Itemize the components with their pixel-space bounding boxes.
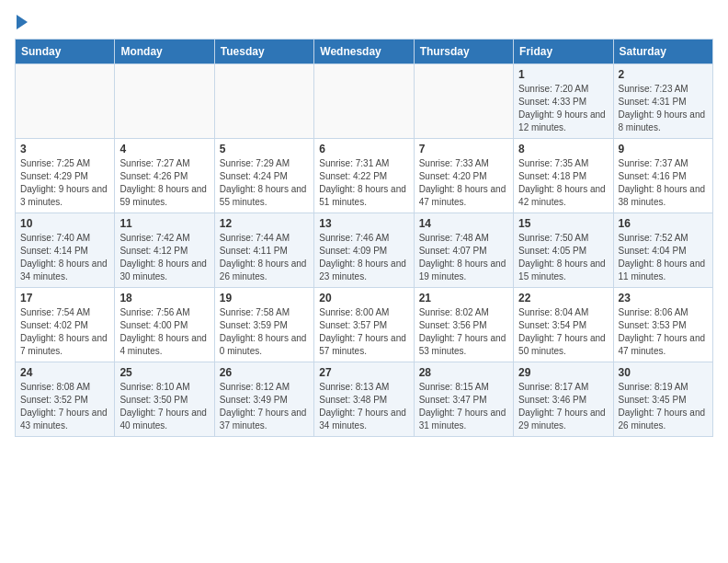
day-number: 6 bbox=[319, 143, 408, 155]
day-number: 10 bbox=[20, 217, 109, 230]
day-info: Sunrise: 7:37 AM Sunset: 4:16 PM Dayligh… bbox=[619, 157, 708, 209]
day-number: 8 bbox=[518, 143, 608, 155]
calendar-cell: 23Sunrise: 8:06 AM Sunset: 3:53 PM Dayli… bbox=[613, 288, 712, 362]
calendar-cell: 1Sunrise: 7:20 AM Sunset: 4:33 PM Daylig… bbox=[514, 64, 613, 139]
calendar-table: SundayMondayTuesdayWednesdayThursdayFrid… bbox=[15, 39, 713, 437]
day-info: Sunrise: 7:46 AM Sunset: 4:09 PM Dayligh… bbox=[319, 232, 408, 283]
day-info: Sunrise: 7:27 AM Sunset: 4:26 PM Dayligh… bbox=[119, 157, 209, 209]
day-info: Sunrise: 7:35 AM Sunset: 4:18 PM Dayligh… bbox=[518, 157, 608, 209]
calendar-week-row: 24Sunrise: 8:08 AM Sunset: 3:52 PM Dayli… bbox=[16, 362, 713, 437]
day-number: 15 bbox=[518, 217, 608, 230]
calendar-cell bbox=[115, 64, 214, 139]
calendar-cell: 26Sunrise: 8:12 AM Sunset: 3:49 PM Dayli… bbox=[214, 362, 313, 437]
day-info: Sunrise: 8:06 AM Sunset: 3:53 PM Dayligh… bbox=[619, 306, 708, 358]
day-number: 26 bbox=[220, 366, 309, 379]
day-info: Sunrise: 7:50 AM Sunset: 4:05 PM Dayligh… bbox=[518, 232, 608, 283]
calendar-cell: 22Sunrise: 8:04 AM Sunset: 3:54 PM Dayli… bbox=[514, 288, 613, 362]
calendar-cell: 24Sunrise: 8:08 AM Sunset: 3:52 PM Dayli… bbox=[16, 362, 115, 437]
calendar-header-row: SundayMondayTuesdayWednesdayThursdayFrid… bbox=[16, 40, 713, 64]
day-info: Sunrise: 7:40 AM Sunset: 4:14 PM Dayligh… bbox=[20, 232, 109, 283]
header-day-monday: Monday bbox=[115, 40, 214, 64]
calendar-cell bbox=[16, 64, 115, 139]
day-number: 12 bbox=[220, 217, 309, 230]
day-number: 24 bbox=[20, 366, 109, 379]
header bbox=[15, 15, 713, 31]
day-number: 14 bbox=[419, 217, 508, 230]
calendar-cell: 27Sunrise: 8:13 AM Sunset: 3:48 PM Dayli… bbox=[314, 362, 414, 437]
day-info: Sunrise: 8:17 AM Sunset: 3:46 PM Dayligh… bbox=[518, 381, 608, 432]
day-info: Sunrise: 7:31 AM Sunset: 4:22 PM Dayligh… bbox=[319, 157, 408, 209]
calendar-week-row: 10Sunrise: 7:40 AM Sunset: 4:14 PM Dayli… bbox=[16, 213, 713, 288]
calendar-cell: 17Sunrise: 7:54 AM Sunset: 4:02 PM Dayli… bbox=[16, 288, 115, 362]
calendar-cell: 29Sunrise: 8:17 AM Sunset: 3:46 PM Dayli… bbox=[514, 362, 613, 437]
calendar-cell: 13Sunrise: 7:46 AM Sunset: 4:09 PM Dayli… bbox=[314, 213, 414, 288]
calendar-cell: 16Sunrise: 7:52 AM Sunset: 4:04 PM Dayli… bbox=[613, 213, 712, 288]
day-info: Sunrise: 8:04 AM Sunset: 3:54 PM Dayligh… bbox=[518, 306, 608, 358]
day-info: Sunrise: 8:10 AM Sunset: 3:50 PM Dayligh… bbox=[119, 381, 209, 432]
day-info: Sunrise: 7:29 AM Sunset: 4:24 PM Dayligh… bbox=[220, 157, 309, 209]
day-info: Sunrise: 7:54 AM Sunset: 4:02 PM Dayligh… bbox=[20, 306, 109, 358]
calendar-cell: 18Sunrise: 7:56 AM Sunset: 4:00 PM Dayli… bbox=[115, 288, 214, 362]
day-number: 25 bbox=[119, 366, 209, 379]
day-number: 18 bbox=[119, 292, 209, 304]
calendar-cell: 5Sunrise: 7:29 AM Sunset: 4:24 PM Daylig… bbox=[214, 139, 313, 213]
calendar-week-row: 17Sunrise: 7:54 AM Sunset: 4:02 PM Dayli… bbox=[16, 288, 713, 362]
calendar-cell: 2Sunrise: 7:23 AM Sunset: 4:31 PM Daylig… bbox=[613, 64, 712, 139]
calendar-cell: 4Sunrise: 7:27 AM Sunset: 4:26 PM Daylig… bbox=[115, 139, 214, 213]
day-info: Sunrise: 7:23 AM Sunset: 4:31 PM Dayligh… bbox=[619, 83, 708, 134]
calendar-cell: 14Sunrise: 7:48 AM Sunset: 4:07 PM Dayli… bbox=[414, 213, 513, 288]
day-number: 20 bbox=[319, 292, 408, 304]
day-number: 2 bbox=[619, 68, 708, 81]
calendar-cell bbox=[414, 64, 513, 139]
day-info: Sunrise: 7:33 AM Sunset: 4:20 PM Dayligh… bbox=[419, 157, 508, 209]
day-number: 29 bbox=[518, 366, 608, 379]
day-info: Sunrise: 7:25 AM Sunset: 4:29 PM Dayligh… bbox=[20, 157, 109, 209]
header-day-tuesday: Tuesday bbox=[214, 40, 313, 64]
calendar-cell: 8Sunrise: 7:35 AM Sunset: 4:18 PM Daylig… bbox=[514, 139, 613, 213]
calendar-cell bbox=[314, 64, 414, 139]
calendar-cell: 19Sunrise: 7:58 AM Sunset: 3:59 PM Dayli… bbox=[214, 288, 313, 362]
day-number: 17 bbox=[20, 292, 109, 304]
day-number: 23 bbox=[619, 292, 708, 304]
day-info: Sunrise: 8:00 AM Sunset: 3:57 PM Dayligh… bbox=[319, 306, 408, 358]
header-day-thursday: Thursday bbox=[414, 40, 513, 64]
day-info: Sunrise: 7:58 AM Sunset: 3:59 PM Dayligh… bbox=[220, 306, 309, 358]
day-info: Sunrise: 8:13 AM Sunset: 3:48 PM Dayligh… bbox=[319, 381, 408, 432]
day-number: 11 bbox=[119, 217, 209, 230]
calendar-cell: 28Sunrise: 8:15 AM Sunset: 3:47 PM Dayli… bbox=[414, 362, 513, 437]
calendar-cell: 10Sunrise: 7:40 AM Sunset: 4:14 PM Dayli… bbox=[16, 213, 115, 288]
day-number: 21 bbox=[419, 292, 508, 304]
calendar-week-row: 1Sunrise: 7:20 AM Sunset: 4:33 PM Daylig… bbox=[16, 64, 713, 139]
day-number: 22 bbox=[518, 292, 608, 304]
day-number: 16 bbox=[619, 217, 708, 230]
day-info: Sunrise: 7:52 AM Sunset: 4:04 PM Dayligh… bbox=[619, 232, 708, 283]
day-number: 13 bbox=[319, 217, 408, 230]
calendar-cell: 25Sunrise: 8:10 AM Sunset: 3:50 PM Dayli… bbox=[115, 362, 214, 437]
day-number: 5 bbox=[220, 143, 309, 155]
day-info: Sunrise: 7:44 AM Sunset: 4:11 PM Dayligh… bbox=[220, 232, 309, 283]
calendar-cell: 12Sunrise: 7:44 AM Sunset: 4:11 PM Dayli… bbox=[214, 213, 313, 288]
calendar-cell: 15Sunrise: 7:50 AM Sunset: 4:05 PM Dayli… bbox=[514, 213, 613, 288]
day-info: Sunrise: 7:20 AM Sunset: 4:33 PM Dayligh… bbox=[518, 83, 608, 134]
day-info: Sunrise: 7:42 AM Sunset: 4:12 PM Dayligh… bbox=[119, 232, 209, 283]
calendar-cell: 6Sunrise: 7:31 AM Sunset: 4:22 PM Daylig… bbox=[314, 139, 414, 213]
logo-triangle-icon bbox=[17, 15, 28, 29]
header-day-sunday: Sunday bbox=[16, 40, 115, 64]
logo bbox=[15, 15, 28, 31]
calendar-cell: 11Sunrise: 7:42 AM Sunset: 4:12 PM Dayli… bbox=[115, 213, 214, 288]
calendar-cell: 3Sunrise: 7:25 AM Sunset: 4:29 PM Daylig… bbox=[16, 139, 115, 213]
day-info: Sunrise: 7:48 AM Sunset: 4:07 PM Dayligh… bbox=[419, 232, 508, 283]
day-info: Sunrise: 8:02 AM Sunset: 3:56 PM Dayligh… bbox=[419, 306, 508, 358]
day-number: 4 bbox=[119, 143, 209, 155]
calendar-cell bbox=[214, 64, 313, 139]
header-day-wednesday: Wednesday bbox=[314, 40, 414, 64]
header-day-friday: Friday bbox=[514, 40, 613, 64]
calendar-cell: 7Sunrise: 7:33 AM Sunset: 4:20 PM Daylig… bbox=[414, 139, 513, 213]
day-number: 30 bbox=[619, 366, 708, 379]
header-day-saturday: Saturday bbox=[613, 40, 712, 64]
day-info: Sunrise: 8:12 AM Sunset: 3:49 PM Dayligh… bbox=[220, 381, 309, 432]
day-number: 9 bbox=[619, 143, 708, 155]
day-number: 28 bbox=[419, 366, 508, 379]
day-number: 27 bbox=[319, 366, 408, 379]
calendar-cell: 21Sunrise: 8:02 AM Sunset: 3:56 PM Dayli… bbox=[414, 288, 513, 362]
